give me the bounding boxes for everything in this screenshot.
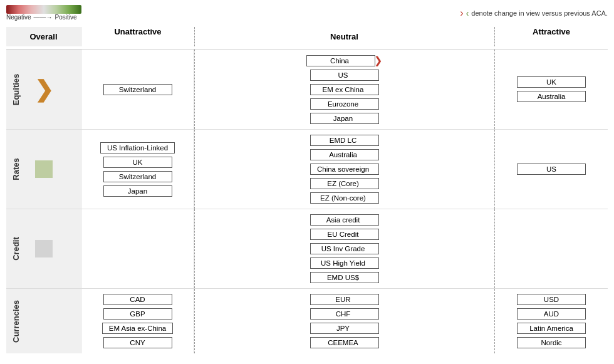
neutral-col-currencies: EURCHFJPYCEEMEA — [194, 289, 495, 353]
neutral-item-wrapper-currencies-1: CHF — [310, 308, 379, 320]
page-wrapper: Negative ——→ Positive › ‹ denote change … — [0, 0, 614, 358]
header-attractive: Attractive — [495, 27, 608, 46]
unattractive-col-rates: US Inflation-LinkedUKSwitzerlandJapan — [81, 130, 194, 209]
attractive-item-rates-0: US — [517, 164, 586, 175]
square-light-icon — [35, 240, 53, 257]
neutral-item-wrapper-equities-1: US — [310, 70, 379, 81]
neutral-item-rates-2: China sovereign — [310, 164, 379, 175]
unattractive-col-equities: Switzerland — [81, 49, 194, 129]
section-label-rates: Rates — [11, 158, 21, 180]
legend-row: Negative ——→ Positive › ‹ denote change … — [6, 5, 608, 21]
neutral-item-wrapper-currencies-2: JPY — [310, 323, 379, 334]
header-unattractive: Unattractive — [81, 27, 194, 46]
chevron-right-red-icon: ❯ — [374, 55, 382, 66]
chevron-green-legend: ‹ — [466, 8, 469, 18]
neutral-item-wrapper-credit-1: EU Credit — [310, 229, 379, 240]
overall-col-credit: Credit — [6, 209, 81, 288]
overall-col-equities: Equities❯ — [6, 49, 81, 129]
neutral-item-equities-3: Eurozone — [310, 98, 379, 110]
section-currencies: CurrenciesCADGBPEM Asia ex-ChinaCNYEURCH… — [6, 289, 608, 353]
neutral-item-wrapper-equities-0: China❯ — [306, 55, 382, 66]
attractive-item-currencies-2: Latin America — [517, 323, 586, 334]
legend-gradient — [6, 5, 81, 14]
neutral-item-wrapper-rates-3: EZ (Core) — [310, 178, 379, 189]
overall-col-rates: Rates — [6, 130, 81, 209]
positive-label: Positive — [55, 14, 76, 21]
attractive-item-currencies-0: USD — [517, 294, 586, 305]
neutral-item-rates-4: EZ (Non-core) — [310, 192, 379, 204]
legend-left: Negative ——→ Positive — [6, 5, 81, 21]
neutral-item-wrapper-currencies-0: EUR — [310, 294, 379, 305]
sections-container: Equities❯SwitzerlandChina❯USEM ex ChinaE… — [6, 49, 608, 353]
attractive-col-credit — [495, 209, 608, 288]
attractive-col-rates: US — [495, 130, 608, 209]
neutral-item-wrapper-credit-3: US High Yield — [310, 257, 379, 269]
neutral-item-wrapper-credit-2: US Inv Grade — [310, 243, 379, 254]
neutral-item-credit-3: US High Yield — [310, 257, 379, 269]
neutral-item-wrapper-credit-4: EMD US$ — [310, 272, 379, 283]
neutral-item-wrapper-rates-0: EMD LC — [310, 135, 379, 146]
unattractive-item-rates-3: Japan — [103, 185, 172, 197]
neutral-item-currencies-1: CHF — [310, 308, 379, 320]
section-label-currencies: Currencies — [11, 300, 21, 343]
neutral-item-credit-4: EMD US$ — [310, 272, 379, 283]
unattractive-item-currencies-3: CNY — [103, 337, 172, 348]
square-green-icon — [35, 160, 53, 178]
unattractive-item-currencies-2: EM Asia ex-China — [102, 323, 173, 334]
neutral-item-wrapper-rates-1: Australia — [310, 149, 379, 160]
neutral-item-wrapper-rates-4: EZ (Non-core) — [310, 192, 379, 204]
neutral-item-credit-1: EU Credit — [310, 229, 379, 240]
section-rates: RatesUS Inflation-LinkedUKSwitzerlandJap… — [6, 130, 608, 209]
section-label-equities: Equities — [11, 73, 21, 105]
header-overall: Overall — [6, 27, 81, 46]
attractive-col-currencies: USDAUDLatin AmericaNordic — [495, 289, 608, 353]
neutral-item-credit-2: US Inv Grade — [310, 243, 379, 254]
overall-col-currencies: Currencies — [6, 289, 81, 353]
neutral-item-rates-1: Australia — [310, 149, 379, 160]
neutral-item-wrapper-rates-2: China sovereign — [310, 164, 379, 175]
unattractive-item-rates-1: UK — [103, 157, 172, 168]
section-credit: CreditAsia creditEU CreditUS Inv GradeUS… — [6, 209, 608, 289]
attractive-item-equities-0: UK — [517, 76, 586, 88]
neutral-item-wrapper-equities-2: EM ex China — [310, 84, 379, 95]
neutral-col-equities: China❯USEM ex ChinaEurozoneJapan — [194, 49, 495, 129]
header-row: Overall Unattractive Neutral Attractive — [6, 24, 608, 49]
unattractive-item-currencies-0: CAD — [103, 294, 172, 305]
unattractive-item-currencies-1: GBP — [103, 308, 172, 320]
legend-right: › ‹ denote change in view versus previou… — [460, 8, 608, 19]
attractive-col-equities: UKAustralia — [495, 49, 608, 129]
neutral-item-currencies-3: CEEMEA — [310, 337, 379, 348]
unattractive-item-rates-2: Switzerland — [103, 171, 172, 182]
attractive-item-equities-1: Australia — [517, 91, 586, 102]
neutral-item-credit-0: Asia credit — [310, 214, 379, 226]
neutral-item-wrapper-credit-0: Asia credit — [310, 214, 379, 226]
chevron-right-orange-icon: ❯ — [34, 76, 53, 103]
neutral-item-wrapper-currencies-3: CEEMEA — [310, 337, 379, 348]
neutral-item-wrapper-equities-4: Japan — [310, 113, 379, 124]
legend-arrow-row: Negative ——→ Positive — [6, 14, 81, 21]
neutral-item-rates-0: EMD LC — [310, 135, 379, 146]
unattractive-item-rates-0: US Inflation-Linked — [100, 142, 175, 153]
neutral-item-equities-0: China — [306, 55, 375, 66]
change-note: denote change in view versus previous AC… — [471, 9, 608, 17]
attractive-item-currencies-1: AUD — [517, 308, 586, 320]
neutral-item-currencies-0: EUR — [310, 294, 379, 305]
chevron-red-legend: › — [460, 8, 463, 19]
neutral-item-equities-2: EM ex China — [310, 84, 379, 95]
neutral-item-rates-3: EZ (Core) — [310, 178, 379, 189]
attractive-item-currencies-3: Nordic — [517, 337, 586, 348]
neutral-item-equities-4: Japan — [310, 113, 379, 124]
negative-label: Negative — [6, 14, 31, 21]
header-neutral: Neutral — [194, 27, 495, 46]
neutral-item-currencies-2: JPY — [310, 323, 379, 334]
neutral-item-wrapper-equities-3: Eurozone — [310, 98, 379, 110]
neutral-item-equities-1: US — [310, 70, 379, 81]
unattractive-col-credit — [81, 209, 194, 288]
unattractive-col-currencies: CADGBPEM Asia ex-ChinaCNY — [81, 289, 194, 353]
arrow-right: ——→ — [33, 14, 52, 21]
section-label-credit: Credit — [11, 237, 21, 261]
neutral-col-rates: EMD LCAustraliaChina sovereignEZ (Core)E… — [194, 130, 495, 209]
unattractive-item-equities-0: Switzerland — [103, 84, 172, 95]
section-equities: Equities❯SwitzerlandChina❯USEM ex ChinaE… — [6, 49, 608, 130]
neutral-col-credit: Asia creditEU CreditUS Inv GradeUS High … — [194, 209, 495, 288]
